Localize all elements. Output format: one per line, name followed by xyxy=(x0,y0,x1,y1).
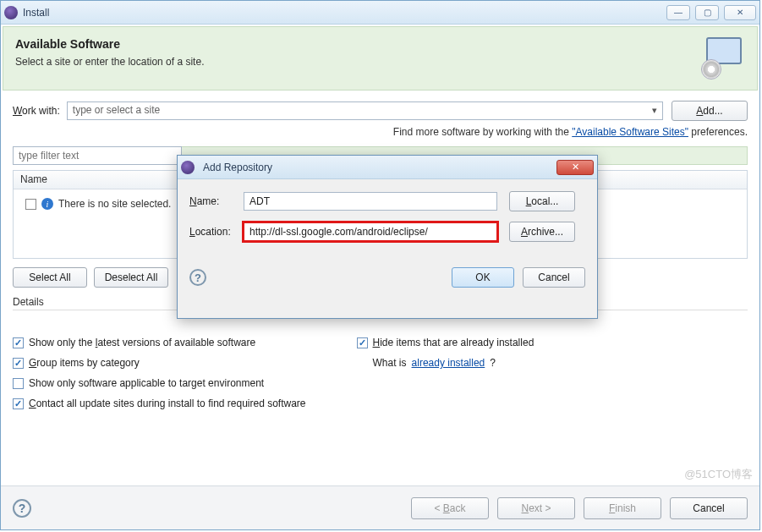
opt-group-category[interactable]: Group items by category xyxy=(13,357,306,369)
help-icon[interactable]: ? xyxy=(13,499,31,518)
workwith-row: Work with: type or select a site Add... xyxy=(13,101,748,121)
tree-empty-text: There is no site selected. xyxy=(58,198,171,210)
modal-name-input[interactable] xyxy=(244,192,497,211)
modal-location-input[interactable] xyxy=(244,222,497,241)
banner-graphic xyxy=(698,37,745,80)
modal-name-label: Name: xyxy=(189,195,244,207)
modal-location-label: Location: xyxy=(189,226,244,238)
fine-print: Find more software by working with the "… xyxy=(13,126,748,138)
banner-subtitle: Select a site or enter the location of a… xyxy=(15,56,698,68)
checkbox-icon[interactable] xyxy=(13,378,24,389)
maximize-button[interactable]: ▢ xyxy=(695,5,719,20)
checkbox-icon[interactable] xyxy=(13,337,24,348)
checkbox-icon[interactable] xyxy=(357,337,368,348)
titlebar[interactable]: Install — ▢ ✕ xyxy=(1,1,759,25)
options: Show only the latest versions of availab… xyxy=(13,337,748,409)
banner: Available Software Select a site or ente… xyxy=(3,26,758,90)
modal-footer: ? OK Cancel xyxy=(178,261,597,298)
what-is-row: What is already installed? xyxy=(373,357,534,369)
modal-name-row: Name: Local... xyxy=(189,191,585,211)
deselect-all-button[interactable]: Deselect All xyxy=(94,267,168,288)
opt-show-applicable[interactable]: Show only software applicable to target … xyxy=(13,377,306,389)
modal-titlebar[interactable]: Add Repository ✕ xyxy=(178,156,597,179)
modal-close-button[interactable]: ✕ xyxy=(556,160,594,175)
options-left: Show only the latest versions of availab… xyxy=(13,337,306,409)
window-title: Install xyxy=(23,7,666,19)
banner-title: Available Software xyxy=(15,37,698,51)
footer-buttons: < Back Next > Finish Cancel xyxy=(411,497,748,519)
archive-button[interactable]: Archive... xyxy=(509,222,575,242)
workwith-combo[interactable]: type or select a site xyxy=(67,101,663,120)
close-button[interactable]: ✕ xyxy=(724,5,756,20)
cancel-button[interactable]: Cancel xyxy=(670,497,748,519)
workwith-label: Work with: xyxy=(13,105,60,117)
modal-body: Name: Local... Location: Archive... xyxy=(178,179,597,261)
opt-hide-installed[interactable]: Hide items that are already installed xyxy=(357,337,534,348)
install-window: Install — ▢ ✕ Available Software Select … xyxy=(0,0,760,530)
local-button[interactable]: Local... xyxy=(509,191,575,211)
back-button: < Back xyxy=(411,497,489,519)
modal-ok-button[interactable]: OK xyxy=(452,267,514,288)
options-right: Hide items that are already installed Wh… xyxy=(357,337,534,409)
opt-contact-sites[interactable]: Contact all update sites during install … xyxy=(13,398,306,409)
checkbox-icon[interactable] xyxy=(13,398,24,409)
filter-input[interactable] xyxy=(13,146,182,165)
add-button[interactable]: Add... xyxy=(672,101,748,121)
finish-button: Finish xyxy=(584,497,661,519)
eclipse-icon xyxy=(4,6,18,19)
watermark: @51CTO博客 xyxy=(684,467,753,482)
minimize-button[interactable]: — xyxy=(666,5,690,20)
tree-checkbox[interactable] xyxy=(25,199,36,210)
modal-location-row: Location: Archive... xyxy=(189,222,585,242)
modal-title: Add Repository xyxy=(203,162,556,173)
modal-help-icon[interactable]: ? xyxy=(189,269,206,286)
info-icon: i xyxy=(41,198,53,210)
opt-show-latest[interactable]: Show only the latest versions of availab… xyxy=(13,337,306,348)
footer: ? < Back Next > Finish Cancel xyxy=(1,485,759,529)
checkbox-icon[interactable] xyxy=(13,358,24,369)
select-all-button[interactable]: Select All xyxy=(13,267,87,288)
disc-icon xyxy=(701,59,721,80)
eclipse-icon xyxy=(181,161,195,174)
already-installed-link[interactable]: already installed xyxy=(412,357,485,369)
next-button: Next > xyxy=(497,497,575,519)
window-controls: — ▢ ✕ xyxy=(666,5,756,20)
add-repository-dialog: Add Repository ✕ Name: Local... Location… xyxy=(177,155,598,319)
available-sites-link[interactable]: "Available Software Sites" xyxy=(572,126,688,138)
modal-cancel-button[interactable]: Cancel xyxy=(523,267,585,288)
